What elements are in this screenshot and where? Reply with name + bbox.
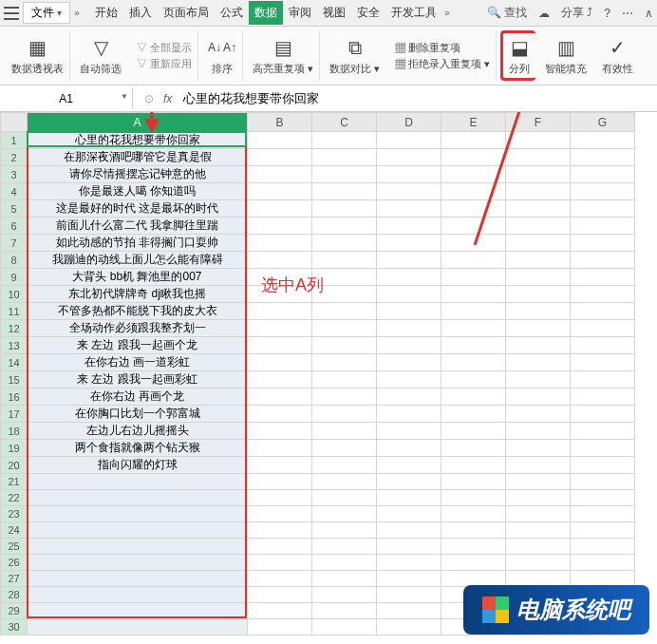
spreadsheet-grid[interactable]: ABCDEFG1心里的花我想要带你回家2在那深夜酒吧哪管它是真是假3请你尽情摇摆… bbox=[0, 112, 635, 635]
row-header-15[interactable]: 15 bbox=[1, 371, 28, 388]
cell-B30[interactable] bbox=[248, 619, 312, 635]
cell-C2[interactable] bbox=[312, 149, 377, 166]
cell-A5[interactable]: 这是最好的时代 这是最坏的时代 bbox=[28, 200, 248, 218]
cell-E7[interactable] bbox=[441, 235, 506, 252]
row-header-5[interactable]: 5 bbox=[1, 200, 28, 218]
cell-E25[interactable] bbox=[441, 539, 506, 555]
cell-G17[interactable] bbox=[571, 406, 635, 423]
cell-F6[interactable] bbox=[506, 218, 571, 235]
cell-E6[interactable] bbox=[441, 218, 506, 235]
row-header-2[interactable]: 2 bbox=[1, 149, 28, 166]
row-header-18[interactable]: 18 bbox=[1, 423, 28, 440]
col-header-B[interactable]: B bbox=[248, 113, 312, 132]
col-header-E[interactable]: E bbox=[441, 113, 506, 132]
cell-G6[interactable] bbox=[571, 218, 635, 235]
cell-F17[interactable] bbox=[506, 406, 571, 423]
cell-F1[interactable] bbox=[506, 132, 571, 149]
cell-A14[interactable]: 在你右边 画一道彩虹 bbox=[28, 354, 248, 371]
cell-B23[interactable] bbox=[248, 506, 312, 522]
cell-A19[interactable]: 两个食指就像两个钻天猴 bbox=[28, 440, 248, 457]
cell-C12[interactable] bbox=[312, 320, 377, 337]
row-header-14[interactable]: 14 bbox=[1, 354, 28, 371]
cell-A16[interactable]: 在你右边 再画个龙 bbox=[28, 388, 248, 406]
cell-E18[interactable] bbox=[441, 423, 506, 440]
cell-G18[interactable] bbox=[571, 423, 635, 440]
cell-E12[interactable] bbox=[441, 320, 506, 337]
cell-D8[interactable] bbox=[377, 252, 441, 269]
cell-E5[interactable] bbox=[441, 200, 506, 218]
row-header-17[interactable]: 17 bbox=[1, 406, 28, 423]
cell-F26[interactable] bbox=[506, 555, 571, 571]
cell-B3[interactable] bbox=[248, 166, 312, 183]
cell-D17[interactable] bbox=[377, 406, 441, 423]
cell-B21[interactable] bbox=[248, 474, 312, 490]
cell-B9[interactable] bbox=[248, 269, 312, 286]
cell-G16[interactable] bbox=[571, 388, 635, 406]
cell-B6[interactable] bbox=[248, 218, 312, 235]
cell-E24[interactable] bbox=[441, 522, 506, 539]
cell-D18[interactable] bbox=[377, 423, 441, 440]
cell-B7[interactable] bbox=[248, 235, 312, 252]
cell-F13[interactable] bbox=[506, 337, 571, 354]
cell-D13[interactable] bbox=[377, 337, 441, 354]
row-header-22[interactable]: 22 bbox=[1, 490, 28, 506]
cell-C28[interactable] bbox=[312, 587, 377, 603]
col-header-D[interactable]: D bbox=[377, 113, 441, 132]
row-header-23[interactable]: 23 bbox=[1, 506, 28, 522]
row-header-4[interactable]: 4 bbox=[1, 183, 28, 200]
cell-C5[interactable] bbox=[312, 200, 377, 218]
cell-B28[interactable] bbox=[248, 587, 312, 603]
cell-D30[interactable] bbox=[377, 619, 441, 635]
cell-C30[interactable] bbox=[312, 619, 377, 635]
cell-D1[interactable] bbox=[377, 132, 441, 149]
tab-8[interactable]: 开发工具 bbox=[385, 1, 442, 25]
row-header-11[interactable]: 11 bbox=[1, 303, 28, 320]
cell-D4[interactable] bbox=[377, 183, 441, 200]
row-header-20[interactable]: 20 bbox=[1, 457, 28, 474]
cell-B15[interactable] bbox=[248, 371, 312, 388]
cell-E17[interactable] bbox=[441, 406, 506, 423]
cell-F19[interactable] bbox=[506, 440, 571, 457]
cell-G4[interactable] bbox=[571, 183, 635, 200]
cell-G3[interactable] bbox=[571, 166, 635, 183]
cell-F18[interactable] bbox=[506, 423, 571, 440]
cell-G8[interactable] bbox=[571, 252, 635, 269]
cell-B27[interactable] bbox=[248, 571, 312, 587]
cell-A27[interactable] bbox=[28, 571, 248, 587]
cell-F9[interactable] bbox=[506, 269, 571, 286]
cell-G5[interactable] bbox=[571, 200, 635, 218]
cell-A7[interactable]: 如此动感的节拍 非得搁门口耍帅 bbox=[28, 235, 248, 252]
cell-F14[interactable] bbox=[506, 354, 571, 371]
row-header-26[interactable]: 26 bbox=[1, 555, 28, 571]
cell-C13[interactable] bbox=[312, 337, 377, 354]
col-header-C[interactable]: C bbox=[312, 113, 377, 132]
cell-G15[interactable] bbox=[571, 371, 635, 388]
cell-E11[interactable] bbox=[441, 303, 506, 320]
row-header-21[interactable]: 21 bbox=[1, 474, 28, 490]
cell-D27[interactable] bbox=[377, 571, 441, 587]
cell-F16[interactable] bbox=[506, 388, 571, 406]
cell-D23[interactable] bbox=[377, 506, 441, 522]
cell-B16[interactable] bbox=[248, 388, 312, 406]
fx-icon[interactable]: fx bbox=[163, 92, 172, 105]
tab-4[interactable]: 数据 bbox=[249, 1, 283, 25]
cell-D24[interactable] bbox=[377, 522, 441, 539]
row-header-6[interactable]: 6 bbox=[1, 218, 28, 235]
cell-G25[interactable] bbox=[571, 539, 635, 555]
cell-C21[interactable] bbox=[312, 474, 377, 490]
cell-B11[interactable] bbox=[248, 303, 312, 320]
cell-A15[interactable]: 来 左边 跟我一起画彩虹 bbox=[28, 371, 248, 388]
cell-G2[interactable] bbox=[571, 149, 635, 166]
cell-D12[interactable] bbox=[377, 320, 441, 337]
cell-G27[interactable] bbox=[571, 571, 635, 587]
cell-B13[interactable] bbox=[248, 337, 312, 354]
cell-A13[interactable]: 来 左边 跟我一起画个龙 bbox=[28, 337, 248, 354]
smart-fill-button[interactable]: ▥ 智能填充 bbox=[539, 30, 592, 81]
row-header-13[interactable]: 13 bbox=[1, 337, 28, 354]
sort-button[interactable]: A↓A↑ 排序 bbox=[202, 30, 243, 81]
validity-button[interactable]: ✓ 有效性 bbox=[596, 30, 639, 81]
cell-A23[interactable] bbox=[28, 506, 248, 522]
cell-A20[interactable]: 指向闪耀的灯球 bbox=[28, 457, 248, 474]
cell-F12[interactable] bbox=[506, 320, 571, 337]
cell-C24[interactable] bbox=[312, 522, 377, 539]
